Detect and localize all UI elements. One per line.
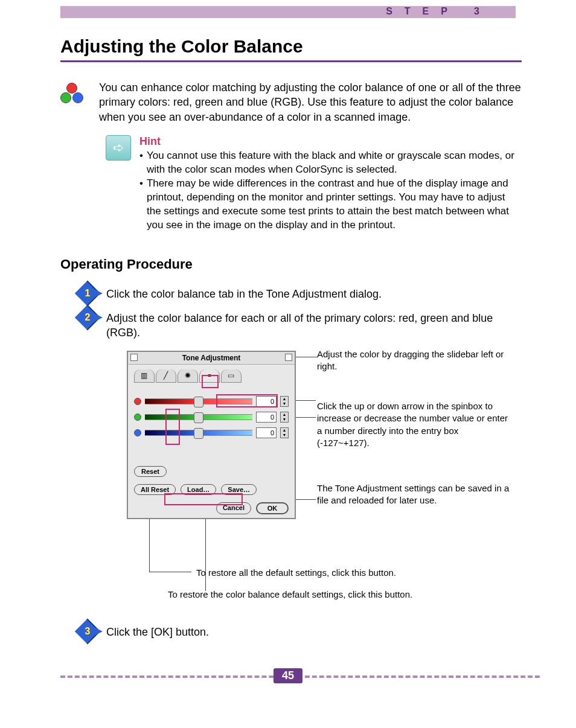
blue-dot-icon [134,429,141,436]
highlight-thumbs [165,409,180,445]
tab-curves[interactable]: ╱ [156,369,176,383]
red-dot-icon [134,398,141,405]
window-collapse-box[interactable] [285,354,292,361]
rgb-icon [60,83,85,107]
hint-body: •You cannot use this feature with the bl… [139,149,522,232]
blue-slider-thumb[interactable] [194,428,203,439]
green-dot-icon [134,413,141,421]
step-label: STEP 3 [386,6,491,17]
tab-histogram[interactable]: ▥ [134,369,155,383]
step-badge-1: 1 [78,284,97,302]
intro-text: You can enhance color matching by adjust… [99,80,522,124]
callout-spinbox: Click the up or down arrow in the spinbo… [317,400,510,449]
blue-spinner[interactable]: ▲▼ [280,427,289,438]
green-value-input[interactable]: 0 [256,412,277,423]
tab-threshold[interactable]: ▭ [221,369,242,383]
callout-allreset: To restore all the default settings, cli… [196,567,462,579]
section-title: Operating Procedure [60,257,522,272]
tab-brightness[interactable]: ✺ [178,369,198,383]
hint-bullet-2: There may be wide differences in the con… [147,177,522,232]
step-3: 3 Click the [OK] button. [78,622,522,640]
step-1: 1 Click the color balance tab in the Ton… [78,284,522,302]
page-title: Adjusting the Color Balance [60,36,522,57]
red-spinner[interactable]: ▲▼ [280,396,289,407]
blue-slider[interactable] [145,430,252,436]
reset-button[interactable]: Reset [134,466,167,477]
dialog-figure: Tone Adjustment ▥ ╱ ✺ ⚭ ▭ 0 ▲▼ [121,351,522,610]
blue-spin-down[interactable]: ▼ [281,433,288,438]
blue-value-input[interactable]: 0 [256,427,277,438]
callout-slidebar: Adjust the color by dragging the slideba… [317,348,510,373]
step-badge-2: 2 [78,308,97,327]
dialog-titlebar[interactable]: Tone Adjustment [128,352,295,365]
highlight-value-spin [216,394,278,407]
highlight-color-balance-tab [202,375,219,388]
blue-spin-up[interactable]: ▲ [281,428,288,433]
title-underline [60,60,522,62]
hint-title: Hint [139,135,522,148]
highlight-load-save [164,493,243,505]
ok-button[interactable]: OK [256,502,289,514]
page-footer: 45 [0,665,576,689]
blue-slider-row: 0 ▲▼ [134,427,289,438]
red-spin-down[interactable]: ▼ [281,401,288,406]
green-slider-thumb[interactable] [194,412,203,423]
callout-saveload: The Tone Adjustment settings can be save… [317,482,510,507]
step-2: 2 Adjust the color balance for each or a… [78,308,522,340]
hint-arrow-icon: ➪ [106,135,131,161]
green-spinner[interactable]: ▲▼ [280,412,289,423]
green-slider[interactable] [145,414,252,420]
red-slider-thumb[interactable] [194,397,203,407]
green-spin-down[interactable]: ▼ [281,417,288,422]
red-spin-up[interactable]: ▲ [281,397,288,401]
step-badge-3: 3 [78,622,97,640]
step-2-text: Adjust the color balance for each or all… [106,308,522,340]
green-slider-row: 0 ▲▼ [134,412,289,423]
window-close-box[interactable] [130,354,138,361]
callout-reset: To restore the color balance default set… [168,589,482,601]
hint-bullet-1: You cannot use this feature with the bla… [147,149,522,177]
step-1-text: Click the color balance tab in the Tone … [106,284,382,302]
header-bar: STEP 3 [60,6,516,18]
green-spin-up[interactable]: ▲ [281,412,288,417]
page-number: 45 [274,668,302,683]
step-3-text: Click the [OK] button. [106,622,209,640]
dialog-title: Tone Adjustment [182,354,241,362]
